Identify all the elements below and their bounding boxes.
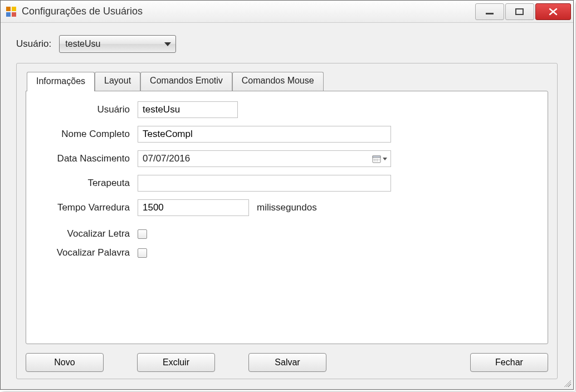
titlebar: Configurações de Usuários <box>1 1 573 23</box>
terapeuta-label: Terapeuta <box>37 178 138 189</box>
nome-completo-label: Nome Completo <box>37 129 138 140</box>
tempo-varredura-unit: milissegundos <box>257 202 317 213</box>
data-nascimento-value: 07/07/2016 <box>143 153 372 164</box>
tab-informacoes[interactable]: Informações <box>27 72 95 91</box>
resize-grip[interactable] <box>562 378 571 387</box>
close-icon <box>547 8 559 16</box>
user-selector-row: Usuário: testeUsu <box>16 35 558 53</box>
novo-button-label: Novo <box>54 357 75 367</box>
svg-rect-1 <box>516 9 523 14</box>
tab-informacoes-label: Informações <box>36 76 85 86</box>
tab-layout[interactable]: Layout <box>95 72 140 91</box>
tab-comandos-mouse[interactable]: Comandos Mouse <box>232 72 324 91</box>
tab-comandos-emotiv[interactable]: Comandos Emotiv <box>140 72 232 91</box>
novo-button[interactable]: Novo <box>26 353 104 372</box>
window-buttons <box>474 3 571 20</box>
window-title: Configurações de Usuários <box>22 6 143 17</box>
terapeuta-input[interactable] <box>138 175 391 192</box>
svg-rect-3 <box>373 156 380 158</box>
tab-comandos-emotiv-label: Comandos Emotiv <box>150 76 223 85</box>
usuario-input[interactable] <box>138 101 238 118</box>
tab-strip: Informações Layout Comandos Emotiv Coman… <box>27 71 548 91</box>
tab-layout-label: Layout <box>104 76 131 85</box>
close-button[interactable] <box>535 3 571 20</box>
app-icon <box>6 7 16 17</box>
data-nascimento-picker[interactable]: 07/07/2016 <box>138 150 391 167</box>
minimize-icon <box>485 8 495 16</box>
tab-panel-informacoes: Usuário Nome Completo Data Nascimento 07… <box>26 91 548 344</box>
user-selector-dropdown[interactable]: testeUsu <box>59 35 176 53</box>
svg-rect-0 <box>486 13 494 14</box>
salvar-button-label: Salvar <box>275 357 300 367</box>
window-frame: Configurações de Usuários Usuário: <box>0 0 574 390</box>
vocalizar-letra-label: Vocalizar Letra <box>37 228 138 239</box>
nome-completo-input[interactable] <box>138 126 391 143</box>
excluir-button[interactable]: Excluir <box>137 353 215 372</box>
vocalizar-palavra-label: Vocalizar Palavra <box>37 247 138 258</box>
usuario-label: Usuário <box>37 104 138 115</box>
tempo-varredura-input[interactable] <box>138 199 249 216</box>
calendar-dropdown-icon <box>372 155 387 163</box>
vocalizar-palavra-checkbox[interactable] <box>138 248 147 258</box>
excluir-button-label: Excluir <box>163 357 189 367</box>
fechar-button[interactable]: Fechar <box>470 353 548 372</box>
maximize-button[interactable] <box>505 3 534 20</box>
fechar-button-label: Fechar <box>495 357 523 367</box>
salvar-button[interactable]: Salvar <box>248 353 326 372</box>
tab-comandos-mouse-label: Comandos Mouse <box>242 76 314 85</box>
vocalizar-letra-checkbox[interactable] <box>138 229 147 239</box>
settings-panel: Informações Layout Comandos Emotiv Coman… <box>16 63 558 379</box>
user-selector-value: testeUsu <box>65 39 100 49</box>
client-area: Usuário: testeUsu Informações Layout Com… <box>1 23 573 389</box>
action-buttons-row: Novo Excluir Salvar Fechar <box>26 353 548 372</box>
data-nascimento-label: Data Nascimento <box>37 153 138 164</box>
tempo-varredura-label: Tempo Varredura <box>37 202 138 213</box>
minimize-button[interactable] <box>475 3 504 20</box>
maximize-icon <box>515 8 525 16</box>
user-selector-label: Usuário: <box>16 38 51 50</box>
chevron-down-icon <box>164 42 171 46</box>
